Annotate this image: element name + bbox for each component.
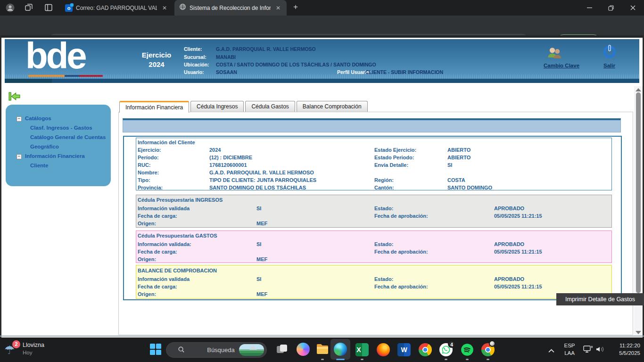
search-icon <box>178 346 203 354</box>
tree-collapse-icon[interactable]: − <box>17 116 22 122</box>
tray-chevron-icon[interactable] <box>548 346 554 355</box>
field-label: Origen: <box>138 291 156 297</box>
field-value: 05/05/2025 11:21:15 <box>494 284 542 289</box>
field-label: Información validada: <box>138 241 191 247</box>
change-password-link[interactable]: Cambio Clave <box>538 63 585 68</box>
collapse-sidebar-arrow-icon[interactable] <box>8 91 21 104</box>
profile-avatar-icon[interactable] <box>6 3 15 14</box>
power-icon[interactable] <box>602 44 617 61</box>
tab-strip: Información Financiera Cédula Ingresos C… <box>119 101 368 112</box>
client-value: G.A.D. PARROQUIAL R. VALLE HERMOSO <box>216 46 316 52</box>
field-label: Provincia: <box>138 185 163 190</box>
cedula-gastos-panel: Cédula Presupuestaria GASTOS Información… <box>136 230 612 263</box>
tab-cedula-ingresos[interactable]: Cédula Ingresos <box>190 101 244 112</box>
sidebar-item-catalogo-general[interactable]: Catálogo General de Cuentas <box>30 134 106 140</box>
outlook-icon: o <box>65 4 73 12</box>
tree-collapse-icon[interactable]: − <box>17 154 22 159</box>
field-value: SANTO DOMINGO DE LOS TSÁCHILAS <box>209 185 306 190</box>
word-icon[interactable]: W <box>397 343 412 357</box>
window-restore-button[interactable] <box>600 0 622 16</box>
field-label: Información validada <box>138 276 190 282</box>
field-label: Nombre: <box>138 170 159 175</box>
field-value: SANTO DOMINGO <box>447 185 492 190</box>
bde-header: bde Ejercicio2024 Cliente: G.A.D. PARROQ… <box>5 39 639 83</box>
section-header-band <box>123 118 621 132</box>
sidebar-item-clasf-ingresos-gastos[interactable]: Clasf. Ingresos - Gastos <box>30 125 92 131</box>
logo-stripe-red <box>79 75 103 77</box>
scrollbar-thumb[interactable] <box>636 92 641 293</box>
branch-value: MANABI <box>216 54 236 60</box>
users-icon[interactable] <box>546 46 563 62</box>
window-minimize-button[interactable] <box>578 0 600 16</box>
field-value: 05/05/2025 11:21:15 <box>494 213 542 219</box>
weather-condition: Llovizna <box>23 342 44 348</box>
tab-close-icon[interactable]: ✕ <box>162 5 167 11</box>
tab-informacion-financiera[interactable]: Información Financiera <box>119 101 189 113</box>
field-label: Origen: <box>138 221 156 226</box>
panel-title: BALANCE DE COMPROBACION <box>138 268 217 273</box>
excel-icon[interactable]: X <box>355 343 370 357</box>
browser-tab-mail[interactable]: o Correo: GAD PARROQUIAL VALLE ✕ <box>60 0 173 16</box>
scroll-up-icon[interactable] <box>636 88 641 91</box>
file-explorer-icon[interactable] <box>316 343 330 357</box>
tab-balance-comprobacion[interactable]: Balance Comprobación <box>297 101 368 112</box>
firefox-icon[interactable] <box>377 343 391 357</box>
scroll-down-icon[interactable] <box>636 331 641 334</box>
exercise-year: Ejercicio2024 <box>131 50 182 69</box>
tab-cedula-gastos[interactable]: Cédula Gastos <box>245 101 295 112</box>
panel-title: Cédula Presupuestaria INGRESOS <box>138 197 223 203</box>
sidebar-item-catalogos[interactable]: Catálogos <box>25 115 51 121</box>
field-label: Fecha de carga: <box>138 213 177 219</box>
field-label: Estado: <box>374 206 393 211</box>
logout-link[interactable]: Salir <box>596 63 622 68</box>
client-label: Cliente: <box>184 46 202 52</box>
taskbar-search[interactable]: Búsqueda <box>166 342 267 358</box>
sidebar-item-cliente[interactable]: Cliente <box>30 163 48 168</box>
network-icon[interactable] <box>583 345 593 355</box>
tab-title: Sistema de Recoleccion de Inform <box>190 5 271 11</box>
search-highlight-image[interactable] <box>239 344 264 356</box>
field-value: 2024 <box>209 147 221 153</box>
field-value: MEF <box>256 221 267 226</box>
field-label: Fecha de aprobación: <box>374 284 428 289</box>
field-label: Estado Ejercicio: <box>374 147 416 153</box>
field-value: MEF <box>256 256 267 262</box>
browser-navbar: ← https://consulta.bde.fin.ec/WebSim/Log… <box>0 16 644 35</box>
field-value: ABIERTO <box>447 147 471 153</box>
field-value: MEF <box>256 291 267 297</box>
new-tab-button[interactable]: + <box>293 2 298 12</box>
browser-tab-sistema[interactable]: Sistema de Recoleccion de Inform ✕ <box>174 0 287 16</box>
field-value: (12) : DICIEMBRE <box>209 155 252 160</box>
sidebar-item-geografico[interactable]: Geográfico <box>30 144 59 149</box>
sidebar-item-informacion-financiera[interactable]: Información Financiera <box>25 153 85 159</box>
clock[interactable]: 11:22:205/5/2025 <box>611 342 640 357</box>
tab-actions-icon[interactable] <box>44 3 53 14</box>
field-value: APROBADO <box>494 241 524 247</box>
location-label: Ubicación: <box>184 62 209 67</box>
field-label: Envia Detalle: <box>374 162 408 168</box>
task-view-icon[interactable] <box>276 343 290 357</box>
chrome-icon[interactable] <box>419 343 433 357</box>
field-value: G.A.D. PARROQUIAL R. VALLE HERMOSO <box>209 170 314 175</box>
branch-label: Sucursal: <box>184 54 206 60</box>
field-label: Estado: <box>374 276 393 282</box>
speaker-icon[interactable] <box>595 346 605 355</box>
user-value: SOSAAN <box>216 69 237 75</box>
field-label: RUC: <box>138 162 151 168</box>
field-label: Fecha de aprobación: <box>374 213 428 219</box>
location-value: COSTA / SANTO DOMINGO DE LOS TSÁCHILAS /… <box>216 62 376 67</box>
whatsapp-badge: 4 <box>448 340 455 348</box>
spotify-icon[interactable] <box>461 343 475 357</box>
profile-value: CLIENTE - SUBIR INFORMACION <box>365 69 443 75</box>
cedula-ingresos-panel: Cédula Presupuestaria INGRESOS Informaci… <box>136 195 612 228</box>
workspaces-icon[interactable] <box>25 3 33 14</box>
language-indicator[interactable]: ESPLAA <box>562 342 577 357</box>
user-label: Usuario: <box>184 69 204 75</box>
start-button[interactable] <box>150 344 164 358</box>
edge-icon[interactable] <box>334 343 348 357</box>
copilot-taskbar-icon[interactable] <box>297 343 311 357</box>
field-value: APROBADO <box>494 276 524 282</box>
field-value: 05/05/2025 11:21:15 <box>494 249 542 255</box>
tab-close-icon[interactable]: ✕ <box>276 5 281 11</box>
window-close-button[interactable] <box>622 0 644 16</box>
